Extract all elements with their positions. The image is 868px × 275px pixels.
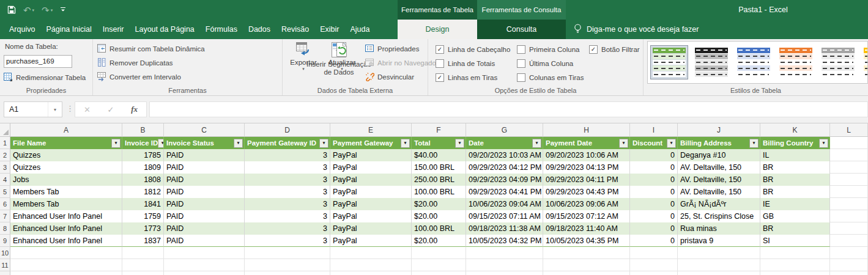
export-button[interactable]: Exportar ▾	[285, 42, 322, 72]
checkbox-linha-de-cabecalho[interactable]: ✓Linha de Cabeçalho	[436, 42, 510, 56]
cell-empty[interactable]	[830, 161, 868, 174]
cell-empty[interactable]	[412, 271, 466, 275]
cell-empty[interactable]	[466, 271, 543, 275]
cell[interactable]: BR	[760, 186, 830, 198]
cell[interactable]: PAID	[164, 174, 245, 186]
row-header-10[interactable]: 10	[0, 247, 10, 259]
table-header-billing-address[interactable]: Billing Address▾	[678, 137, 760, 149]
cell[interactable]: $40.00	[412, 149, 466, 161]
cell[interactable]: 3	[245, 161, 330, 174]
table-header-invoice-id[interactable]: Invoice ID▾	[122, 137, 164, 149]
tab-dados[interactable]: Dados	[243, 20, 276, 39]
cell[interactable]: 10/05/2023 04:32 PM	[466, 235, 543, 247]
row-header-9[interactable]: 9	[0, 235, 10, 247]
cell[interactable]: 09/15/2023 07:12 AM	[543, 210, 630, 222]
name-box-dropdown-icon[interactable]: ▾	[48, 102, 62, 117]
cell[interactable]: $20.00	[412, 198, 466, 210]
cell-empty[interactable]	[543, 247, 630, 259]
cell-empty[interactable]	[412, 259, 466, 271]
cell[interactable]: PAID	[164, 210, 245, 222]
cell[interactable]: PAID	[164, 186, 245, 198]
cell[interactable]: 1841	[122, 198, 164, 210]
cell[interactable]: PAID	[164, 149, 245, 161]
checkbox-botao-filtrar[interactable]: ✓Botão Filtrar	[589, 42, 640, 56]
row-header-12[interactable]: 12	[0, 271, 10, 275]
checkbox-box-linhas-em-tiras[interactable]: ✓	[436, 73, 444, 82]
cell-empty[interactable]	[630, 271, 678, 275]
propriedades-button[interactable]: Propriedades	[365, 42, 419, 55]
cell-empty[interactable]	[122, 259, 164, 271]
cell-empty[interactable]	[10, 259, 122, 271]
group-tools-label[interactable]: Ferramentas	[93, 87, 282, 94]
group-properties-label[interactable]: Propriedades	[0, 87, 92, 94]
cell[interactable]: 09/29/2023 04:11 PM	[543, 174, 630, 186]
cell[interactable]: BR	[760, 161, 830, 174]
filter-button-invoice-status[interactable]: ▾	[234, 139, 243, 148]
cell[interactable]: 150.00 BRL	[412, 161, 466, 174]
cell-empty[interactable]	[830, 198, 868, 210]
formula-input[interactable]	[149, 101, 868, 117]
cell[interactable]: Jobs	[10, 174, 122, 186]
cell[interactable]: 10/06/2023 09:06 AM	[543, 198, 630, 210]
cell[interactable]: GB	[760, 210, 830, 222]
filter-button-total[interactable]: ▾	[455, 139, 464, 148]
column-header-b[interactable]: B	[122, 123, 164, 137]
cell[interactable]: 10/06/2023 09:04 AM	[466, 198, 543, 210]
column-header-l[interactable]: L	[830, 123, 868, 137]
cell[interactable]: 09/29/2023 04:43 PM	[543, 186, 630, 198]
column-header-j[interactable]: J	[678, 123, 760, 137]
cell[interactable]: 0	[630, 161, 678, 174]
filter-button-invoice-id[interactable]: ▾	[158, 139, 164, 148]
cell[interactable]: 25, St. Crispins Close	[678, 210, 760, 222]
tab-ajuda[interactable]: Ajuda	[344, 20, 375, 39]
cell[interactable]: 09/20/2023 10:06 AM	[543, 149, 630, 161]
checkbox-primeira-coluna[interactable]: Primeira Coluna	[517, 42, 584, 56]
cell[interactable]: 0	[630, 174, 678, 186]
filter-button-payment-gateway-id[interactable]: ▾	[319, 139, 328, 148]
cell-empty[interactable]	[245, 247, 330, 259]
customize-qat-icon[interactable]	[60, 7, 66, 13]
undo-icon[interactable]: ↶▾	[23, 6, 34, 15]
cell[interactable]: 09/18/2023 11:40 AM	[543, 222, 630, 235]
cell[interactable]: 0	[630, 235, 678, 247]
column-header-d[interactable]: D	[245, 123, 330, 137]
cell[interactable]: 0	[630, 222, 678, 235]
cell[interactable]: IL	[760, 149, 830, 161]
row-header-3[interactable]: 3	[0, 161, 10, 174]
column-header-i[interactable]: I	[630, 123, 678, 137]
refresh-button[interactable]: Atualizar ▾	[323, 42, 361, 72]
cell[interactable]: Members Tab	[10, 186, 122, 198]
cell[interactable]: Deganya #10	[678, 149, 760, 161]
cell[interactable]: 09/29/2023 04:12 PM	[466, 161, 543, 174]
cell-empty[interactable]	[760, 259, 830, 271]
tab-formulas[interactable]: Fórmulas	[200, 20, 243, 39]
cell[interactable]: AV. Deltaville, 150	[678, 186, 760, 198]
desvincular-button[interactable]: Desvincular	[365, 70, 414, 83]
table-header-date[interactable]: Date▾	[466, 137, 543, 149]
cell[interactable]: 250.00 BRL	[412, 174, 466, 186]
cell[interactable]: 1808	[122, 174, 164, 186]
cell[interactable]: Enhanced User Info Panel	[10, 210, 122, 222]
cell-empty[interactable]	[830, 186, 868, 198]
cell[interactable]: Members Tab	[10, 198, 122, 210]
name-box[interactable]: A1 ▾	[4, 101, 62, 117]
cell-empty[interactable]	[466, 259, 543, 271]
cell-empty[interactable]	[330, 247, 412, 259]
row-header-6[interactable]: 6	[0, 198, 10, 210]
cell[interactable]: PayPal	[330, 186, 412, 198]
cell-empty[interactable]	[630, 259, 678, 271]
cell[interactable]: PayPal	[330, 149, 412, 161]
table-header-billing-country[interactable]: Billing Country▾	[760, 137, 830, 149]
save-icon[interactable]	[7, 6, 16, 14]
cell-empty[interactable]	[760, 271, 830, 275]
cell[interactable]: 1837	[122, 235, 164, 247]
tab-arquivo[interactable]: Arquivo	[4, 20, 40, 39]
row-header-2[interactable]: 2	[0, 149, 10, 161]
checkbox-box-colunas-em-tiras[interactable]	[517, 73, 525, 82]
cell-empty[interactable]	[330, 259, 412, 271]
cell-empty[interactable]	[678, 271, 760, 275]
cell[interactable]: 3	[245, 149, 330, 161]
enter-icon[interactable]: ✓	[108, 105, 114, 114]
tab-inserir[interactable]: Inserir	[97, 20, 130, 39]
checkbox-box-linha-de-totais[interactable]	[436, 59, 444, 68]
